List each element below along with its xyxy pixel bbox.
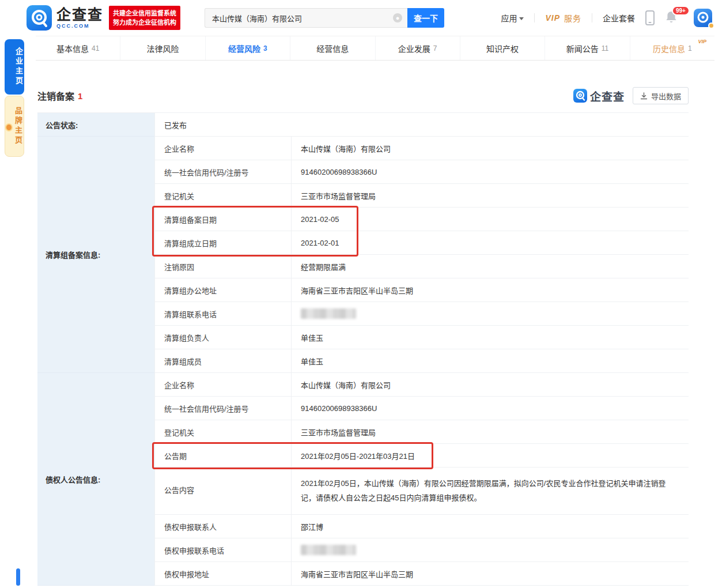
tab-label: 新闻公告: [566, 43, 599, 54]
qcc-watermark-text: 企查查: [590, 88, 625, 104]
slogan-line-1: 共建企业信用监督系统: [113, 9, 176, 18]
field-name: 清算组成员: [154, 349, 291, 373]
tab-count: 41: [92, 44, 99, 52]
field-name: 清算组联系电话: [154, 302, 291, 326]
tab-label: 经营风险: [228, 43, 260, 54]
tab-企业发展[interactable]: 企业发展7: [376, 36, 460, 60]
qcc-logo-title: 企查查: [56, 7, 103, 22]
field-name: 清算组负责人: [154, 326, 291, 349]
qcc-logo-text: 企查查 QCC.COM: [56, 7, 103, 29]
qcc-logo-icon: [27, 5, 52, 31]
tab-brand-homepage[interactable]: 品牌主页: [5, 96, 24, 157]
scroll-indicator[interactable]: [16, 568, 20, 586]
qcc-logo[interactable]: 企查查 QCC.COM 共建企业信用监督系统 努力成为企业征信机构: [27, 5, 180, 31]
tab-label: 经营信息: [316, 43, 349, 54]
field-name: 公告内容: [154, 468, 291, 515]
field-value: 单佳玉: [291, 326, 689, 349]
field-name: 债权申报地址: [154, 562, 291, 586]
search-input[interactable]: [205, 8, 407, 28]
slogan-line-2: 努力成为企业征信机构: [113, 18, 176, 27]
vip-service-link[interactable]: VIP服务: [545, 12, 581, 24]
tab-历史信息[interactable]: 历史信息1VIP: [630, 36, 714, 60]
tab-count: 11: [602, 44, 608, 52]
main-content: 注销备案 1 企查查 导出数据 公告状态:已发布清算组备案信息:企业名称本山传媒…: [37, 87, 689, 586]
field-value: [291, 302, 689, 326]
download-icon: [640, 92, 648, 100]
tab-label: 知识产权: [486, 43, 519, 54]
filing-table: 公告状态:已发布清算组备案信息:企业名称本山传媒（海南）有限公司统一社会信用代码…: [37, 112, 689, 586]
field-value: 三亚市市场监督管理局: [291, 184, 689, 208]
tab-label: 历史信息: [653, 43, 685, 54]
vip-label: VIP: [545, 13, 560, 22]
field-value: 邵江博: [291, 515, 689, 538]
field-name: 公告期: [154, 444, 291, 468]
left-side-tabs: 企业主页 品牌主页: [5, 39, 24, 157]
field-value: 海南省三亚市吉阳区半山半岛三期: [291, 562, 689, 586]
clear-search-icon[interactable]: ●: [393, 13, 402, 22]
tab-法律风险[interactable]: 法律风险: [120, 36, 205, 60]
field-value: 本山传媒（海南）有限公司: [291, 137, 689, 160]
tab-brand-homepage-label: 品牌主页: [13, 107, 24, 146]
field-name: 清算组备案日期: [154, 208, 291, 231]
tab-基本信息[interactable]: 基本信息41: [36, 36, 120, 60]
tab-label: 法律风险: [147, 43, 179, 54]
field-name: 债权申报联系电话: [154, 538, 291, 562]
divider: [592, 13, 592, 22]
tab-company-homepage-label: 企业主页: [13, 47, 24, 86]
field-name: 统一社会信用代码/注册号: [154, 160, 291, 184]
export-data-label: 导出数据: [651, 91, 681, 101]
field-name: 清算组办公地址: [154, 278, 291, 302]
tab-经营风险[interactable]: 经营风险3: [206, 36, 290, 60]
field-value: 2021年02月05日，本山传媒（海南）有限公司因经营期限届满，拟向公司/农民专…: [291, 468, 689, 515]
enterprise-package-link[interactable]: 企业套餐: [603, 12, 635, 24]
field-value: 2021年02月05日-2021年03月21日: [291, 444, 689, 468]
tab-label: 企业发展: [398, 43, 430, 54]
apps-menu[interactable]: 应用: [501, 12, 524, 24]
field-value: 三亚市市场监督管理局: [291, 420, 689, 444]
user-avatar[interactable]: [694, 9, 712, 27]
qcc-slogan-badge: 共建企业信用监督系统 努力成为企业征信机构: [109, 6, 180, 30]
enterprise-package-label: 企业套餐: [603, 12, 635, 24]
vip-service-label: 服务: [564, 12, 581, 24]
field-value: 单佳玉: [291, 349, 689, 373]
tab-经营信息[interactable]: 经营信息: [290, 36, 375, 60]
company-tabs-bar: 基本信息41法律风险经营风险3经营信息企业发展7知识产权新闻公告11历史信息1V…: [36, 36, 714, 61]
status-label: 公告状态:: [37, 113, 154, 137]
field-value: [291, 538, 689, 562]
field-name: 统一社会信用代码/注册号: [154, 397, 291, 420]
section-title: 注销备案: [37, 89, 74, 103]
qcc-watermark: 企查查: [573, 88, 625, 104]
tab-count: 7: [433, 44, 437, 52]
vip-status-dot: [708, 22, 714, 29]
tab-知识产权[interactable]: 知识产权: [460, 36, 545, 60]
mobile-app-icon[interactable]: [645, 10, 655, 25]
chevron-down-icon: [519, 17, 524, 20]
search-button[interactable]: 查一下: [407, 8, 444, 28]
export-data-button[interactable]: 导出数据: [633, 87, 689, 104]
qcc-logo-domain: QCC.COM: [56, 24, 103, 29]
notification-badge: 99+: [672, 6, 690, 16]
status-value: 已发布: [154, 113, 689, 137]
field-value: 经营期限届满: [291, 255, 689, 278]
redacted-value: [301, 308, 356, 319]
tab-新闻公告[interactable]: 新闻公告11: [545, 36, 630, 60]
top-header: 企查查 QCC.COM 共建企业信用监督系统 努力成为企业征信机构 ● 查一下 …: [0, 0, 726, 36]
vip-tag: VIP: [698, 39, 706, 44]
tab-company-homepage[interactable]: 企业主页: [5, 39, 24, 95]
field-name: 注销原因: [154, 255, 291, 278]
apps-menu-label: 应用: [501, 12, 517, 24]
field-value: 91460200698938366U: [291, 160, 689, 184]
field-value: 91460200698938366U: [291, 397, 689, 420]
tab-count: 1: [688, 44, 692, 52]
brand-badge-icon: [5, 123, 13, 131]
field-name: 登记机关: [154, 420, 291, 444]
field-name: 债权申报联系人: [154, 515, 291, 538]
field-value: 本山传媒（海南）有限公司: [291, 373, 689, 397]
field-name: 企业名称: [154, 137, 291, 160]
field-name: 登记机关: [154, 184, 291, 208]
field-value: 2021-02-05: [291, 208, 689, 231]
qcc-watermark-icon: [573, 89, 587, 103]
redacted-value: [301, 545, 356, 555]
section-count: 1: [78, 91, 82, 101]
notifications-button[interactable]: 99+: [665, 10, 678, 26]
